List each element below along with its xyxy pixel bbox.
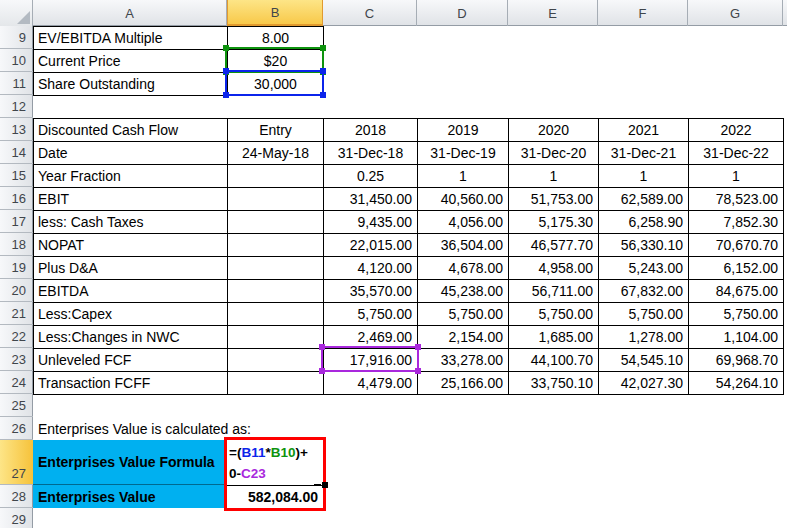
selection-handle[interactable]	[415, 344, 421, 350]
row-header-11[interactable]: 11	[0, 72, 33, 95]
selection-handle[interactable]	[320, 92, 326, 98]
selection-handle[interactable]	[320, 68, 326, 74]
cell-C14[interactable]: 31-Dec-18	[324, 142, 418, 165]
row-header-10[interactable]: 10	[0, 49, 33, 72]
cell-A26-caption[interactable]: Enterprises Value is calculated as:	[34, 417, 251, 440]
cell-E17[interactable]: 5,175.30	[509, 211, 599, 234]
column-header-E[interactable]: E	[508, 0, 598, 26]
cell-F14[interactable]: 31-Dec-21	[599, 142, 689, 165]
cell-D19[interactable]: 4,678.00	[418, 257, 509, 280]
cell-C15[interactable]: 0.25	[324, 165, 418, 188]
cell-F18[interactable]: 56,330.10	[599, 234, 689, 257]
row-header-22[interactable]: 22	[0, 325, 33, 348]
cell-D16[interactable]: 40,560.00	[418, 188, 509, 211]
cell-G24[interactable]: 54,264.10	[689, 372, 784, 395]
cell-C13[interactable]: 2018	[324, 119, 418, 142]
selection-handle[interactable]	[415, 368, 421, 374]
selection-handle[interactable]	[223, 45, 229, 51]
cell-F16[interactable]: 62,589.00	[599, 188, 689, 211]
cell-D17[interactable]: 4,056.00	[418, 211, 509, 234]
cell-A17[interactable]: less: Cash Taxes	[34, 211, 228, 234]
cell-C24[interactable]: 4,479.00	[324, 372, 418, 395]
row-header-9[interactable]: 9	[0, 26, 33, 49]
cell-A9[interactable]: EV/EBITDA Multiple	[34, 27, 228, 50]
cell-C18[interactable]: 22,015.00	[324, 234, 418, 257]
selection-handle[interactable]	[223, 92, 229, 98]
cell-D23[interactable]: 33,278.00	[418, 349, 509, 372]
cell-G13[interactable]: 2022	[689, 119, 784, 142]
cell-B18[interactable]	[228, 234, 324, 257]
cell-E16[interactable]: 51,753.00	[509, 188, 599, 211]
row-header-21[interactable]: 21	[0, 302, 33, 325]
cell-G15[interactable]: 1	[689, 165, 784, 188]
cell-D15[interactable]: 1	[418, 165, 509, 188]
cell-D14[interactable]: 31-Dec-19	[418, 142, 509, 165]
cell-F15[interactable]: 1	[599, 165, 689, 188]
row-header-23[interactable]: 23	[0, 348, 33, 371]
row-header-13[interactable]: 13	[0, 118, 33, 141]
cell-B17[interactable]	[228, 211, 324, 234]
cell-B24[interactable]	[228, 372, 324, 395]
cell-B20[interactable]	[228, 280, 324, 303]
cell-A20[interactable]: EBITDA	[34, 280, 228, 303]
select-all-corner[interactable]	[0, 0, 33, 26]
row-header-26[interactable]: 26	[0, 417, 33, 440]
cell-F23[interactable]: 54,545.10	[599, 349, 689, 372]
cell-A22[interactable]: Less:Changes in NWC	[34, 326, 228, 349]
cell-B21[interactable]	[228, 303, 324, 326]
cell-F21[interactable]: 5,750.00	[599, 303, 689, 326]
cell-A18[interactable]: NOPAT	[34, 234, 228, 257]
cell-G18[interactable]: 70,670.70	[689, 234, 784, 257]
cell-A27-enterprises-value-formula-label[interactable]: Enterprises Value Formula	[33, 440, 227, 485]
selection-handle[interactable]	[319, 344, 325, 350]
cell-B14[interactable]: 24-May-18	[228, 142, 324, 165]
cell-B23[interactable]	[228, 349, 324, 372]
cell-A15[interactable]: Year Fraction	[34, 165, 228, 188]
selection-handle[interactable]	[223, 68, 229, 74]
reference-outline-b11[interactable]	[225, 70, 324, 96]
row-header-16[interactable]: 16	[0, 187, 33, 210]
cell-G21[interactable]: 5,750.00	[689, 303, 784, 326]
cell-G14[interactable]: 31-Dec-22	[689, 142, 784, 165]
selection-handle[interactable]	[319, 368, 325, 374]
cell-A11[interactable]: Share Outstanding	[34, 73, 228, 96]
cell-G16[interactable]: 78,523.00	[689, 188, 784, 211]
cell-C16[interactable]: 31,450.00	[324, 188, 418, 211]
cell-B16[interactable]	[228, 188, 324, 211]
cell-B22[interactable]	[228, 326, 324, 349]
row-header-12[interactable]: 12	[0, 95, 33, 118]
column-header-B[interactable]: B	[227, 0, 323, 26]
cell-D13[interactable]: 2019	[418, 119, 509, 142]
reference-outline-c23[interactable]	[321, 346, 419, 372]
cell-A23[interactable]: Unleveled FCF	[34, 349, 228, 372]
cell-F19[interactable]: 5,243.00	[599, 257, 689, 280]
cell-F20[interactable]: 67,832.00	[599, 280, 689, 303]
cell-G19[interactable]: 6,152.00	[689, 257, 784, 280]
row-header-17[interactable]: 17	[0, 210, 33, 233]
cell-G17[interactable]: 7,852.30	[689, 211, 784, 234]
row-header-14[interactable]: 14	[0, 141, 33, 164]
row-header-27[interactable]: 27	[0, 440, 33, 485]
cell-C21[interactable]: 5,750.00	[324, 303, 418, 326]
cell-A24[interactable]: Transaction FCFF	[34, 372, 228, 395]
row-header-18[interactable]: 18	[0, 233, 33, 256]
row-header-19[interactable]: 19	[0, 256, 33, 279]
cell-E20[interactable]: 56,711.00	[509, 280, 599, 303]
cell-D22[interactable]: 2,154.00	[418, 326, 509, 349]
column-header-G[interactable]: G	[688, 0, 783, 26]
row-header-28[interactable]: 28	[0, 485, 33, 508]
fill-handle[interactable]	[322, 482, 328, 488]
row-header-24[interactable]: 24	[0, 371, 33, 394]
cell-B19[interactable]	[228, 257, 324, 280]
cell-D18[interactable]: 36,504.00	[418, 234, 509, 257]
cell-A13[interactable]: Discounted Cash Flow	[34, 119, 228, 142]
column-header-F[interactable]: F	[598, 0, 688, 26]
cell-A28-enterprises-value-label[interactable]: Enterprises Value	[33, 485, 227, 508]
cell-A16[interactable]: EBIT	[34, 188, 228, 211]
cell-F22[interactable]: 1,278.00	[599, 326, 689, 349]
cell-E13[interactable]: 2020	[509, 119, 599, 142]
selection-handle[interactable]	[320, 45, 326, 51]
row-header-15[interactable]: 15	[0, 164, 33, 187]
cell-E14[interactable]: 31-Dec-20	[509, 142, 599, 165]
cell-A14[interactable]: Date	[34, 142, 228, 165]
